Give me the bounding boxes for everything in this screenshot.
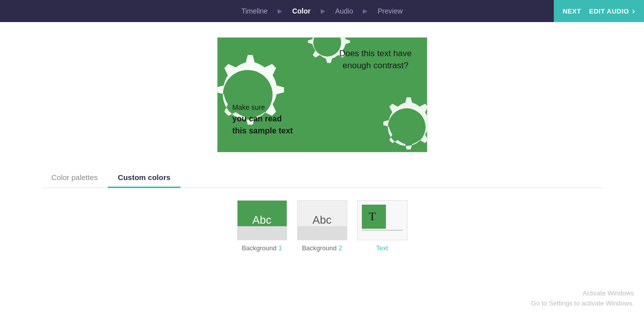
top-nav: Timeline ▶ Color ▶ Audio ▶ Preview NEXT …: [0, 0, 644, 22]
nav-step-label-color: Color: [292, 7, 311, 15]
swatch-bg1-bottom: [238, 226, 287, 240]
nav-step-timeline[interactable]: Timeline: [232, 7, 278, 15]
next-arrow-icon: ›: [632, 7, 635, 16]
nav-arrow-2: ▶: [321, 8, 325, 15]
nav-step-label-timeline: Timeline: [242, 7, 268, 15]
next-sub-label: [584, 8, 586, 15]
tabs-header: Color palettes Custom colors: [42, 168, 603, 188]
swatches-row: Abc Background 1 Abc Background 2: [42, 200, 603, 252]
swatch-text-label-text: Text: [376, 244, 388, 252]
swatch-text-box[interactable]: T: [357, 200, 407, 240]
swatch-background-2-box[interactable]: Abc: [297, 200, 347, 240]
nav-steps: Timeline ▶ Color ▶ Audio ▶ Preview: [10, 7, 634, 15]
swatch-background-1-box[interactable]: Abc: [237, 200, 287, 240]
preview-bold-text: you can readthis sample text: [233, 114, 293, 135]
main-content: Does this text haveenough contrast? Make…: [0, 22, 644, 252]
nav-step-label-audio: Audio: [335, 7, 353, 15]
swatch-bg2-num: 2: [338, 244, 342, 252]
next-edit-audio-button[interactable]: NEXT EDIT AUDIO ›: [554, 0, 644, 22]
nav-step-color[interactable]: Color: [282, 7, 321, 15]
swatch-text: T Text: [357, 200, 407, 252]
preview-normal-text: Make sure: [233, 103, 265, 111]
swatch-bg2-label: Background 2: [302, 244, 342, 252]
tab-custom-colors[interactable]: Custom colors: [108, 168, 180, 188]
preview-text-sample: Make sure you can readthis sample text: [233, 102, 293, 137]
tab-color-palettes-label: Color palettes: [52, 173, 98, 182]
nav-step-label-preview: Preview: [377, 7, 402, 15]
activate-line1: Activate Windows: [531, 288, 634, 298]
nav-arrow-3: ▶: [363, 8, 367, 15]
nav-arrow-1: ▶: [278, 8, 282, 15]
swatch-bg1-label: Background 1: [242, 244, 282, 252]
swatch-text-label: Text: [376, 244, 388, 252]
swatch-background-1: Abc Background 1: [237, 200, 287, 252]
swatch-bg1-num: 1: [278, 244, 282, 252]
swatch-text-letter: T: [369, 210, 376, 223]
preview-text-contrast: Does this text haveenough contrast?: [339, 48, 412, 72]
tab-color-palettes[interactable]: Color palettes: [42, 168, 108, 188]
swatch-bg2-letter: Abc: [313, 214, 332, 227]
swatch-bg2-bottom: [298, 226, 347, 240]
edit-audio-label: EDIT AUDIO: [589, 8, 629, 15]
nav-step-preview[interactable]: Preview: [367, 7, 412, 15]
preview-contrast-text: Does this text haveenough contrast?: [339, 49, 412, 70]
activate-windows-watermark: Activate Windows Go to Settings to activ…: [531, 288, 634, 308]
tabs-section: Color palettes Custom colors Abc Backgro…: [22, 168, 623, 252]
preview-box: Does this text haveenough contrast? Make…: [217, 37, 427, 152]
swatch-bg1-letter: Abc: [253, 214, 272, 227]
swatch-text-line: [362, 230, 403, 231]
swatch-background-2: Abc Background 2: [297, 200, 347, 252]
next-label: NEXT: [563, 8, 581, 15]
activate-line2: Go to Settings to activate Windows.: [531, 298, 634, 308]
tab-custom-colors-label: Custom colors: [118, 173, 170, 182]
nav-step-audio[interactable]: Audio: [325, 7, 363, 15]
